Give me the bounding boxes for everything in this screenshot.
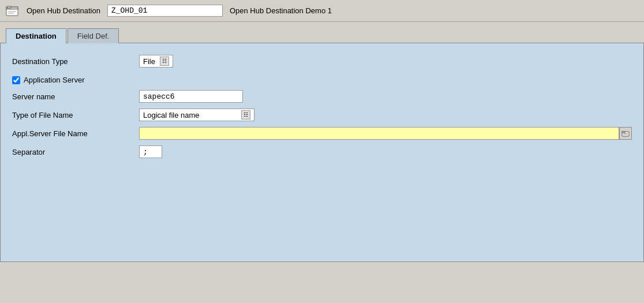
application-server-checkbox[interactable] xyxy=(12,76,20,84)
appl-server-file-name-wrap xyxy=(139,127,632,140)
appl-server-file-name-row: Appl.Server File Name xyxy=(12,127,632,140)
header-id-field[interactable] xyxy=(107,5,223,17)
type-of-file-name-field: Logical file name ☷ xyxy=(139,109,254,121)
application-server-row: Application Server xyxy=(12,76,632,84)
tab-destination[interactable]: Destination xyxy=(6,28,66,43)
destination-type-field: File ☷ xyxy=(139,55,173,68)
tabs-container: Destination Field Def. xyxy=(0,22,644,43)
type-of-file-name-dropdown-icon[interactable]: ☷ xyxy=(241,110,250,119)
content-panel: Destination Type File ☷ Application Serv… xyxy=(0,43,644,262)
type-of-file-name-label: Type of File Name xyxy=(12,111,139,119)
appl-server-file-name-label: Appl.Server File Name xyxy=(12,129,139,138)
svg-rect-2 xyxy=(8,6,11,8)
destination-type-label: Destination Type xyxy=(12,57,139,66)
separator-label: Separator xyxy=(12,148,139,156)
server-name-input[interactable] xyxy=(139,90,243,103)
destination-type-value: File xyxy=(143,57,155,66)
server-name-label: Server name xyxy=(12,92,139,101)
tab-field-def[interactable]: Field Def. xyxy=(68,28,119,43)
application-server-label: Application Server xyxy=(24,76,85,84)
header-description: Open Hub Destination Demo 1 xyxy=(230,6,332,15)
destination-type-dropdown-icon[interactable]: ☷ xyxy=(160,57,169,66)
appl-server-file-name-browse-button[interactable] xyxy=(619,127,632,140)
server-name-field xyxy=(139,90,243,103)
destination-type-dropdown[interactable]: File ☷ xyxy=(139,55,173,68)
type-of-file-name-dropdown[interactable]: Logical file name ☷ xyxy=(139,109,254,121)
destination-type-row: Destination Type File ☷ xyxy=(12,55,632,68)
main-container: Open Hub Destination Open Hub Destinatio… xyxy=(0,0,644,303)
svg-rect-6 xyxy=(622,132,625,133)
separator-field xyxy=(139,145,162,158)
type-of-file-name-value: Logical file name xyxy=(143,111,200,119)
appl-server-file-name-input[interactable] xyxy=(139,127,619,140)
separator-row: Separator xyxy=(12,145,632,158)
open-hub-destination-icon xyxy=(6,5,20,17)
server-name-row: Server name xyxy=(12,90,632,103)
header-bar: Open Hub Destination Open Hub Destinatio… xyxy=(0,0,644,22)
separator-input[interactable] xyxy=(139,145,162,158)
type-of-file-name-row: Type of File Name Logical file name ☷ xyxy=(12,109,632,121)
header-label: Open Hub Destination xyxy=(27,6,100,15)
